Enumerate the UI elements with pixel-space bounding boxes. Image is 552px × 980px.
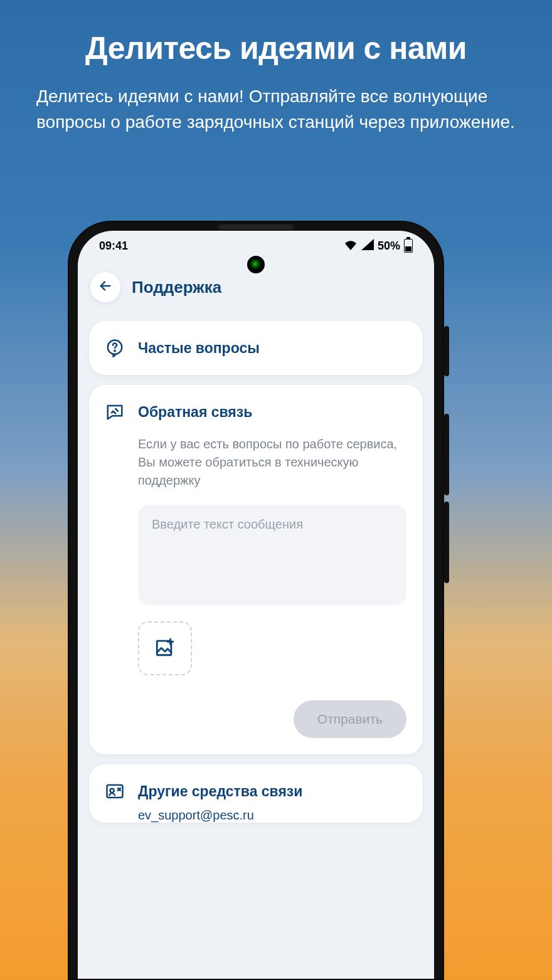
send-button[interactable]: Отправить: [294, 700, 406, 738]
arrow-left-icon: [98, 279, 112, 295]
phone-speaker: [218, 224, 294, 229]
wifi-icon: [344, 239, 358, 253]
status-time: 09:41: [99, 240, 128, 253]
phone-volume-down: [444, 502, 449, 583]
promo-background: Делитесь идеями с нами Делитесь идеями с…: [0, 0, 552, 980]
promo-subtitle: Делитесь идеями с нами! Отправляйте все …: [0, 66, 552, 135]
promo-title: Делитесь идеями с нами: [0, 0, 552, 66]
feedback-icon: [105, 403, 124, 421]
page-title: Поддержка: [132, 278, 221, 297]
phone-camera: [247, 256, 265, 273]
contact-card-icon: [105, 782, 124, 801]
phone-volume-up: [444, 414, 449, 495]
other-contacts-card: Другие средства связи ev_support@pesc.ru: [89, 764, 423, 823]
question-icon: [105, 339, 124, 357]
support-email-link[interactable]: ev_support@pesc.ru: [89, 808, 423, 823]
attach-image-button[interactable]: [138, 621, 192, 675]
status-right: 50%: [344, 239, 413, 253]
faq-card[interactable]: Частые вопросы: [89, 321, 423, 375]
phone-screen: 09:41 50%: [78, 231, 434, 979]
svg-point-2: [114, 350, 115, 352]
faq-title: Частые вопросы: [138, 340, 260, 357]
image-add-icon: [154, 636, 176, 660]
status-bar: 09:41 50%: [78, 231, 434, 256]
svg-rect-3: [157, 641, 171, 655]
feedback-description: Если у вас есть вопросы по работе сервис…: [89, 435, 423, 490]
svg-point-5: [110, 789, 114, 793]
cellular-icon: [361, 239, 374, 253]
back-button[interactable]: [90, 272, 120, 302]
battery-icon: [404, 239, 413, 253]
phone-frame: 09:41 50%: [68, 221, 444, 980]
message-input[interactable]: Введите текст сообщения: [138, 505, 406, 605]
phone-side-button: [444, 326, 449, 376]
feedback-title: Обратная связь: [138, 404, 252, 421]
battery-percent: 50%: [378, 240, 400, 253]
feedback-card: Обратная связь Если у вас есть вопросы п…: [89, 385, 423, 754]
other-contacts-title: Другие средства связи: [138, 783, 302, 800]
